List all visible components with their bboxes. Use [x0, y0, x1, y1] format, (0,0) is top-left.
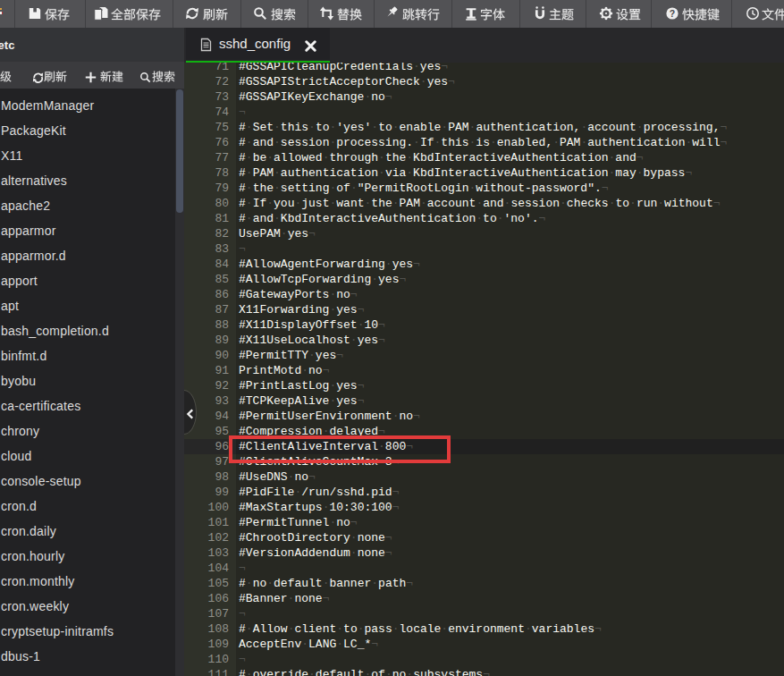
svg-text:?: ? — [670, 8, 675, 19]
